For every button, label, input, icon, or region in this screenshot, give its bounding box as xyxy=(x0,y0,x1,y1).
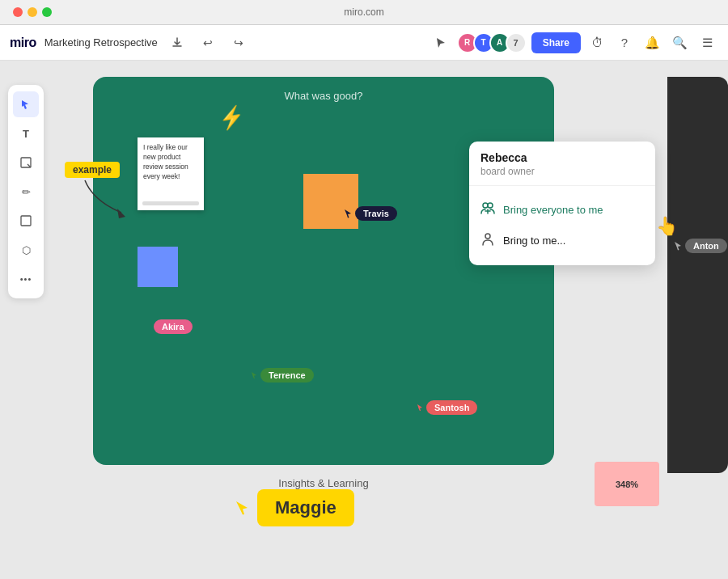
text-tool[interactable]: T xyxy=(13,120,39,146)
user-popup: Rebecca board owner Bring everyone to me xyxy=(469,142,655,265)
akira-label: Akira xyxy=(154,319,193,334)
redo-button[interactable]: ↪ xyxy=(227,32,250,54)
dark-panel: Anton xyxy=(667,77,728,473)
select-tool[interactable] xyxy=(13,91,39,117)
undo-button[interactable]: ↩ xyxy=(197,32,219,54)
svg-point-4 xyxy=(488,203,493,208)
miro-logo: miro xyxy=(10,36,36,50)
blue-sticky xyxy=(138,247,178,287)
frame-tool[interactable] xyxy=(13,208,39,234)
browser-title-bar: miro.com xyxy=(0,0,728,24)
minimize-dot[interactable] xyxy=(28,7,37,17)
cursor-hand-icon: 👆 xyxy=(656,216,678,237)
santosh-label: Santosh xyxy=(426,400,477,415)
share-button[interactable]: Share xyxy=(531,32,581,53)
terrence-cursor: Terrence xyxy=(251,368,314,382)
export-button[interactable] xyxy=(166,32,188,54)
toolbar-right: R T A 7 Share ⏱ ? 🔔 🔍 ☰ xyxy=(430,32,718,54)
notification-icon[interactable]: 🔔 xyxy=(641,32,663,54)
avatar-count[interactable]: 7 xyxy=(506,32,527,53)
close-dot[interactable] xyxy=(13,7,23,17)
terrence-label: Terrence xyxy=(260,368,314,382)
popup-user-name: Rebecca xyxy=(469,151,655,164)
anton-label: Anton xyxy=(685,239,727,253)
board-title[interactable]: Marketing Retrospective xyxy=(44,36,158,49)
bring-to-me-icon xyxy=(480,231,495,249)
board-section-label-bottom: Insights & Learning xyxy=(278,477,368,489)
help-icon[interactable]: ? xyxy=(613,32,636,54)
cursor-follow-icon[interactable] xyxy=(430,32,452,54)
anton-cursor: Anton xyxy=(674,239,727,253)
svg-point-3 xyxy=(483,203,488,208)
timer-icon[interactable]: ⏱ xyxy=(586,32,608,54)
pen-tool[interactable]: ✏ xyxy=(13,179,39,205)
akira-cursor: Akira xyxy=(154,319,193,334)
app-toolbar: miro Marketing Retrospective ↩ ↪ R T A 7… xyxy=(0,25,728,61)
search-icon[interactable]: 🔍 xyxy=(668,32,691,54)
avatar-group: R T A 7 xyxy=(457,32,527,53)
bring-to-me-label: Bring to me... xyxy=(503,235,565,247)
svg-point-5 xyxy=(485,234,490,239)
bring-everyone-label: Bring everyone to me xyxy=(503,204,603,216)
example-label: example xyxy=(65,162,120,178)
board-section-label: What was good? xyxy=(285,90,363,102)
travis-label: Travis xyxy=(355,206,397,221)
maggie-area: Maggie xyxy=(235,489,354,526)
arrow-doodle xyxy=(77,176,133,221)
svg-marker-2 xyxy=(117,209,125,218)
maggie-label: Maggie xyxy=(257,489,354,526)
sticky-tool[interactable] xyxy=(13,150,39,175)
bring-everyone-icon xyxy=(480,201,495,218)
pink-rectangle: 348% xyxy=(595,462,659,506)
travis-cursor: Travis xyxy=(344,206,397,221)
canvas-area[interactable]: T ✏ ⬡ ••• example What was good? ⚡ I rea… xyxy=(0,61,728,571)
browser-chrome: miro.com xyxy=(0,0,728,25)
retro-board: What was good? ⚡ I really like our new p… xyxy=(93,77,554,465)
bring-to-me-menu-item[interactable]: Bring to me... xyxy=(469,225,655,256)
lightning-doodle: ⚡ xyxy=(217,103,247,132)
white-sticky: I really like our new product review ses… xyxy=(138,137,204,210)
left-sidebar: T ✏ ⬡ ••• xyxy=(8,85,44,298)
more-tools[interactable]: ••• xyxy=(13,266,39,292)
bring-everyone-menu-item[interactable]: Bring everyone to me xyxy=(469,194,655,225)
browser-dots xyxy=(13,7,52,17)
popup-user-role: board owner xyxy=(469,166,655,177)
svg-rect-1 xyxy=(21,216,31,226)
popup-divider xyxy=(469,185,655,186)
maximize-dot[interactable] xyxy=(42,7,52,17)
menu-icon[interactable]: ☰ xyxy=(696,32,718,54)
browser-url: miro.com xyxy=(344,6,383,18)
santosh-cursor: Santosh xyxy=(417,400,477,415)
shapes-tool[interactable]: ⬡ xyxy=(13,237,39,263)
